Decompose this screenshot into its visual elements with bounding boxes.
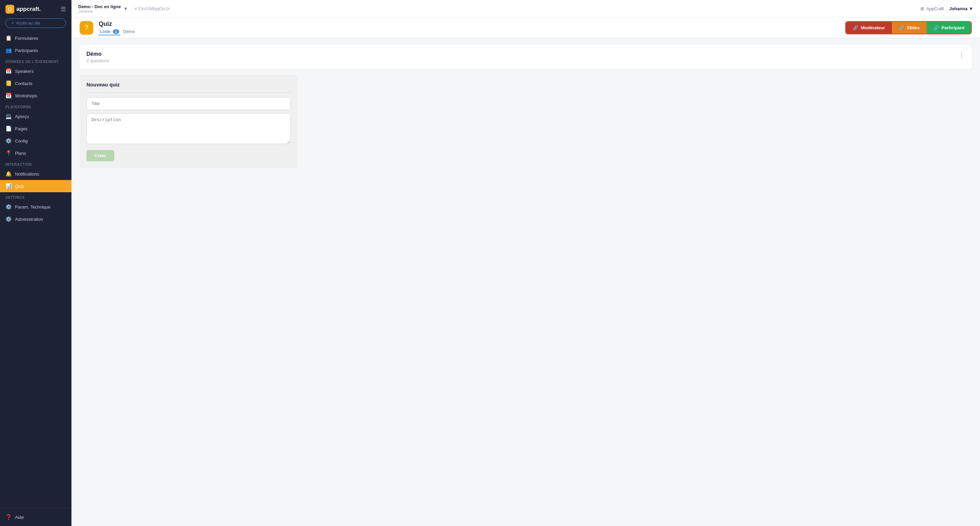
more-options-button[interactable]: ⋮ <box>958 51 965 58</box>
sidebar: ⬡ appcraft. ☰ ↗ Accès au site 📋 Formulai… <box>0 0 72 526</box>
hash-id: # 53nX0MbjqlOo1h <box>135 6 170 11</box>
sidebar-item-apercu[interactable]: 💻 Aperçu <box>0 110 72 122</box>
topbar-left: Demo - Doc en ligne Johanna ▼ # 53nX0Mbj… <box>78 4 170 13</box>
param-technique-icon: ⚙️ <box>5 204 11 210</box>
sidebar-item-aide[interactable]: ❓ Aide <box>0 511 72 523</box>
sidebar-item-label: Plans <box>15 151 26 156</box>
form-divider <box>86 92 291 92</box>
sidebar-item-workshops[interactable]: 📆 Workshops <box>0 89 72 102</box>
sidebar-item-label: Participants <box>15 48 38 53</box>
quiz-description-input[interactable] <box>86 113 291 144</box>
sidebar-item-label: Config <box>15 138 28 144</box>
administration-icon: ⚙️ <box>5 216 11 222</box>
sidebar-item-label: Formulaires <box>15 36 38 41</box>
sidebar-item-label: Param. Technique <box>15 205 51 210</box>
sidebar-item-speakers[interactable]: 📅 Speakers <box>0 65 72 77</box>
contacts-icon: 📒 <box>5 80 11 86</box>
sidebar-item-label: Aide <box>15 515 24 520</box>
topbar-right: ⊞ AppCraft Johanna ▼ <box>920 6 973 11</box>
create-quiz-button[interactable]: Créer <box>86 150 115 161</box>
content-area: Démo 2 questions ⋮ Nouveau quiz Créer <box>72 38 980 526</box>
new-quiz-title: Nouveau quiz <box>86 82 291 87</box>
page-title-area: Quiz Liste 1 Démo <box>99 21 137 35</box>
main-wrapper: Demo - Doc en ligne Johanna ▼ # 53nX0Mbj… <box>72 0 980 526</box>
sidebar-item-pages[interactable]: 📄 Pages <box>0 122 72 135</box>
quiz-title-input[interactable] <box>86 97 291 110</box>
logo-label: appcraft. <box>16 6 41 13</box>
speakers-icon: 📅 <box>5 68 11 74</box>
topbar-event-info: Demo - Doc en ligne Johanna <box>78 4 121 13</box>
sidebar-item-label: Workshops <box>15 93 37 99</box>
aide-icon: ❓ <box>5 514 11 520</box>
participant-button[interactable]: 🔗 Participant <box>927 22 971 34</box>
config-icon: ⚙️ <box>5 138 11 144</box>
hamburger-icon[interactable]: ☰ <box>60 5 66 13</box>
topbar-appcraft: ⊞ AppCraft <box>920 6 943 11</box>
sidebar-item-plans[interactable]: 📍 Plans <box>0 147 72 159</box>
sidebar-item-label: Quiz <box>15 184 24 189</box>
apercu-icon: 💻 <box>5 113 11 119</box>
sidebar-item-notifications[interactable]: 🔔 Notifications <box>0 168 72 180</box>
moderateur-link-icon: 🔗 <box>853 25 858 30</box>
page-header-left: ? Quiz Liste 1 Démo <box>80 21 137 35</box>
sidebar-item-label: Pages <box>15 126 27 131</box>
topbar: Demo - Doc en ligne Johanna ▼ # 53nX0Mbj… <box>72 0 980 18</box>
page-title: Quiz <box>99 21 137 27</box>
tab-liste[interactable]: Liste 1 <box>99 28 121 35</box>
user-dropdown-icon: ▼ <box>969 6 973 11</box>
grid-icon: ⊞ <box>920 6 924 11</box>
quiz-page-icon: ? <box>80 21 93 35</box>
page-header-actions: 🔗 Modérateur 🔗 Slides 🔗 Participant <box>845 21 972 34</box>
pages-icon: 📄 <box>5 126 11 132</box>
page-header: ? Quiz Liste 1 Démo 🔗 Modérateur <box>72 18 980 38</box>
tab-liste-badge: 1 <box>113 29 119 34</box>
sidebar-item-param-technique[interactable]: ⚙️ Param. Technique <box>0 201 72 213</box>
demo-card-info: Démo 2 questions <box>86 51 109 63</box>
demo-card: Démo 2 questions ⋮ <box>80 45 972 69</box>
logo-icon: ⬡ <box>5 5 14 14</box>
moderateur-button[interactable]: 🔗 Modérateur <box>846 22 892 34</box>
sidebar-item-formulaires[interactable]: 📋 Formulaires <box>0 32 72 44</box>
demo-card-title: Démo <box>86 51 109 57</box>
event-dropdown-icon[interactable]: ▼ <box>124 6 128 11</box>
sidebar-item-label: Speakers <box>15 69 34 74</box>
tab-demo[interactable]: Démo <box>122 28 137 35</box>
new-quiz-form: Nouveau quiz Créer <box>80 75 298 168</box>
demo-card-questions: 2 questions <box>86 58 109 63</box>
sidebar-section-plateforme: 💻 Aperçu 📄 Pages ⚙️ Config 📍 Plans <box>0 110 72 159</box>
slides-button[interactable]: 🔗 Slides <box>892 22 927 34</box>
access-site-button[interactable]: ↗ Accès au site <box>5 18 66 28</box>
sidebar-item-label: Notifications <box>15 172 39 176</box>
plans-icon: 📍 <box>5 150 11 156</box>
section-label-interaction: INTERACTION <box>0 159 72 168</box>
sidebar-section-donnees: 📅 Speakers 📒 Contacts 📆 Workshops <box>0 65 72 102</box>
access-icon: ↗ <box>11 21 14 25</box>
sidebar-item-participants[interactable]: 👥 Participants <box>0 44 72 56</box>
page-tabs: Liste 1 Démo <box>99 28 137 35</box>
sidebar-item-config[interactable]: ⚙️ Config <box>0 135 72 147</box>
sidebar-section-settings: ⚙️ Param. Technique ⚙️ Administration <box>0 201 72 225</box>
sidebar-item-label: Contacts <box>15 81 32 86</box>
sidebar-item-label: Administration <box>15 217 43 222</box>
sidebar-section-interaction: 🔔 Notifications 📊 Quiz <box>0 168 72 192</box>
sidebar-section-nolabel: 📋 Formulaires 👥 Participants <box>0 32 72 56</box>
notifications-icon: 🔔 <box>5 171 11 177</box>
event-name: Demo - Doc en ligne <box>78 4 121 9</box>
sidebar-item-administration[interactable]: ⚙️ Administration <box>0 213 72 225</box>
sidebar-item-contacts[interactable]: 📒 Contacts <box>0 77 72 89</box>
logo: ⬡ appcraft. <box>5 5 41 14</box>
topbar-user[interactable]: Johanna ▼ <box>950 6 973 11</box>
section-label-plateforme: PLATEFORME <box>0 102 72 110</box>
topbar-user-small: Johanna <box>78 9 121 13</box>
participants-icon: 👥 <box>5 47 11 53</box>
formulaires-icon: 📋 <box>5 35 11 41</box>
quiz-icon: 📊 <box>5 183 11 189</box>
section-label-settings: SETTINGS <box>0 192 72 201</box>
sidebar-bottom: ❓ Aide <box>0 508 72 526</box>
workshops-icon: 📆 <box>5 92 11 99</box>
sidebar-item-label: Aperçu <box>15 114 29 119</box>
slides-link-icon: 🔗 <box>899 25 904 30</box>
participant-link-icon: 🔗 <box>933 25 939 30</box>
sidebar-logo-area: ⬡ appcraft. ☰ <box>0 0 72 18</box>
sidebar-item-quiz[interactable]: 📊 Quiz <box>0 180 72 192</box>
